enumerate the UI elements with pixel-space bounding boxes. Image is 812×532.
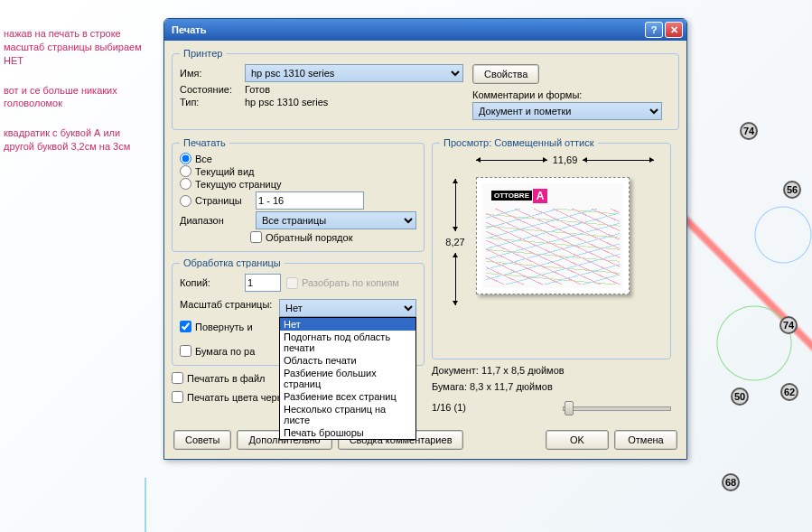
radio-pages[interactable]: Страницы bbox=[180, 195, 250, 207]
printer-type-value: hp psc 1310 series bbox=[245, 97, 328, 107]
printer-group: Принтер Имя: hp psc 1310 series Состояни… bbox=[172, 48, 679, 130]
print-dialog: Печать ? ✕ Принтер Имя: hp psc 1310 seri… bbox=[163, 18, 687, 460]
close-button[interactable]: ✕ bbox=[665, 22, 683, 38]
radio-all[interactable]: Все bbox=[180, 153, 416, 164]
note-p2: вот и се больше никаких головоломок bbox=[4, 84, 153, 111]
preview-width: 11,69 bbox=[547, 154, 583, 165]
scale-option[interactable]: Разбиение больших страниц bbox=[280, 367, 415, 390]
comments-forms-label: Комментарии и формы: bbox=[472, 89, 582, 100]
page-handling-legend: Обработка страницы bbox=[180, 257, 285, 268]
subrange-label: Диапазон bbox=[180, 215, 250, 226]
paper-dimensions: Бумага: 8,3 x 11,7 дюймов bbox=[432, 381, 671, 392]
bg-size-62: 62 bbox=[780, 383, 798, 401]
doc-dimensions: Документ: 11,7 x 8,5 дюймов bbox=[432, 365, 671, 376]
pattern-letter-badge: A bbox=[533, 189, 547, 203]
printer-state-value: Готов bbox=[245, 84, 270, 95]
page-scale-dropdown-list[interactable]: НетПодогнать под область печатиОбласть п… bbox=[279, 317, 416, 440]
zoom-slider[interactable] bbox=[563, 399, 671, 415]
scale-option[interactable]: Разбиение всех страниц bbox=[280, 390, 415, 403]
titlebar[interactable]: Печать ? ✕ bbox=[164, 19, 686, 41]
radio-current-view[interactable]: Текущий вид bbox=[180, 165, 416, 177]
scale-option[interactable]: Подогнать под область печати bbox=[280, 331, 415, 354]
print-range-group: Печатать Все Текущий вид Текущую страниц… bbox=[172, 137, 425, 252]
tips-button[interactable]: Советы bbox=[173, 430, 231, 450]
scale-option[interactable]: Область печати bbox=[280, 354, 415, 367]
bg-size-68: 68 bbox=[722, 473, 740, 491]
help-button[interactable]: ? bbox=[645, 22, 663, 38]
pages-input[interactable] bbox=[256, 191, 364, 210]
bg-size-50: 50 bbox=[731, 387, 749, 406]
printer-name-label: Имя: bbox=[180, 68, 239, 79]
scale-option[interactable]: Несколько страниц на листе bbox=[280, 403, 415, 426]
note-p1: нажав на печать в строке масштаб страниц… bbox=[4, 27, 153, 68]
preview-group: Просмотр: Совмещенный оттиск 11,69 8,27 bbox=[432, 137, 671, 359]
page-scale-select[interactable]: Нет НетПодогнать под область печатиОблас… bbox=[279, 299, 416, 317]
scale-option[interactable]: Печать брошюры bbox=[280, 426, 415, 439]
copies-label: Копий: bbox=[180, 277, 239, 288]
reverse-check[interactable]: Обратный порядок bbox=[250, 231, 416, 243]
page-scale-label: Масштаб страницы: bbox=[180, 299, 274, 310]
ok-button[interactable]: OK bbox=[546, 430, 609, 450]
page-handling-group: Обработка страницы Копий: Разобрать по к… bbox=[172, 257, 425, 366]
printer-legend: Принтер bbox=[180, 48, 226, 59]
print-range-legend: Печатать bbox=[180, 137, 229, 148]
copies-input[interactable] bbox=[245, 274, 281, 292]
properties-button[interactable]: Свойства bbox=[472, 64, 539, 84]
note-p3: квадратик с буквой А или другой буквой 3… bbox=[4, 126, 153, 154]
radio-current-page[interactable]: Текущую страницу bbox=[180, 178, 416, 190]
collate-check: Разобрать по копиям bbox=[286, 277, 399, 289]
page-counter: 1/16 (1) bbox=[432, 402, 466, 413]
cancel-button[interactable]: Отмена bbox=[614, 430, 677, 450]
dialog-title: Печать bbox=[172, 24, 643, 35]
preview-legend: Просмотр: Совмещенный оттиск bbox=[440, 137, 598, 148]
comments-forms-select[interactable]: Документ и пометки bbox=[472, 102, 662, 120]
bg-size-74b: 74 bbox=[779, 316, 798, 334]
bg-size-74: 74 bbox=[740, 122, 758, 140]
printer-state-label: Состояние: bbox=[180, 84, 239, 95]
printer-name-select[interactable]: hp psc 1310 series bbox=[245, 64, 463, 82]
instruction-note: нажав на печать в строке масштаб страниц… bbox=[4, 27, 153, 170]
ottobre-badge: OTTOBRE bbox=[491, 191, 532, 201]
bg-size-56: 56 bbox=[783, 181, 801, 199]
print-preview: OTTOBRE A bbox=[476, 177, 630, 294]
subrange-select[interactable]: Все страницы bbox=[256, 211, 416, 229]
printer-type-label: Тип: bbox=[180, 97, 239, 107]
preview-height: 8,27 bbox=[445, 231, 464, 253]
scale-option[interactable]: Нет bbox=[280, 318, 415, 331]
